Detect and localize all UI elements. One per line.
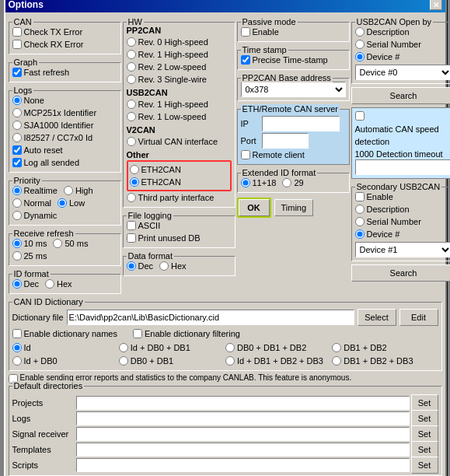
fast-refresh-checkbox[interactable] [12,68,22,77]
filter-id-radio[interactable] [12,343,22,352]
secondary-device-select[interactable]: Device #1 [355,242,451,257]
eth2can-label2[interactable]: ETH2CAN [130,176,228,188]
data-hex-label[interactable]: Hex [159,260,187,272]
log-sja-label[interactable]: SJA1000 Identifier [12,119,117,131]
usb-serial-radio[interactable] [355,40,365,49]
enable-names-label[interactable]: Enable dictionary names [12,327,117,340]
data-hex-radio[interactable] [159,261,169,271]
log-sja-radio[interactable] [12,121,22,130]
priority-low-radio[interactable] [58,198,67,208]
auto-can-label[interactable]: Automatic CAN speed detection [355,111,451,148]
remote-client-checkbox[interactable] [241,150,250,159]
id-dec-label[interactable]: Dec [12,278,40,290]
defaults-projects-set[interactable]: Set [411,394,438,411]
ext-id-opt1-label[interactable]: 11+18 [241,177,277,189]
hw-rev0-radio[interactable] [127,37,136,47]
select-button[interactable]: Select [358,309,396,326]
sec-serial-label[interactable]: Serial Number [355,215,451,228]
log-all-checkbox[interactable] [12,158,22,167]
hw-rev2-radio[interactable] [127,62,136,72]
priority-dynamic-radio[interactable] [12,211,22,220]
sec-serial-radio[interactable] [355,217,365,226]
filter-db1-db2-radio[interactable] [332,343,341,352]
secondary-search-button[interactable]: Search [351,264,451,282]
sec-device-label[interactable]: Device # [355,228,451,240]
defaults-logs-set[interactable]: Set [411,410,438,427]
ext-id-opt1-radio[interactable] [241,178,250,187]
passive-enable-label[interactable]: Enable [241,26,346,38]
auto-reset-checkbox[interactable] [12,145,22,155]
defaults-signal-set[interactable]: Set [411,425,438,443]
auto-reset-label[interactable]: Auto reset [12,144,117,156]
remote-client-label[interactable]: Remote client [241,149,346,161]
filter-db1-db2-db3-radio[interactable] [332,356,341,366]
priority-realtime-label[interactable]: Realtime [12,184,58,197]
receive-10ms-label[interactable]: 10 ms [12,237,47,250]
defaults-scripts-input[interactable] [76,458,410,472]
print-unused-checkbox[interactable] [127,233,136,243]
priority-high-radio[interactable] [64,186,73,195]
defaults-logs-input[interactable] [76,411,410,425]
enable-filtering-checkbox[interactable] [133,329,142,338]
log-i82527-radio[interactable] [12,133,22,142]
filter-db0-db1-radio[interactable] [119,356,128,366]
detection-timeout-input[interactable] [355,159,451,175]
ascii-label[interactable]: ASCII [127,219,232,232]
check-tx-checkbox[interactable] [12,27,22,37]
usb2can-search-button[interactable]: Search [351,87,451,104]
priority-high-label[interactable]: High [64,184,93,197]
usb-rev1-low-label[interactable]: Rev. 1 Low-speed [127,110,232,123]
priority-dynamic-label[interactable]: Dynamic [12,209,117,222]
log-mcp-label[interactable]: MCP251x Identifier [12,107,117,119]
check-tx-label[interactable]: Check TX Error [12,26,117,38]
filter-db1-db2-label[interactable]: DB1 + DB2 [332,341,438,354]
usb-rev1-label[interactable]: Rev. 1 High-speed [127,98,232,110]
priority-normal-label[interactable]: Normal [12,197,51,209]
receive-50ms-radio[interactable] [53,239,62,248]
id-hex-radio[interactable] [45,279,54,289]
priority-low-label[interactable]: Low [58,197,85,209]
priority-normal-radio[interactable] [12,198,22,208]
filter-id-label[interactable]: Id [12,341,118,354]
filter-id-db1-db2-db3-radio[interactable] [225,356,235,366]
receive-10ms-radio[interactable] [12,239,22,248]
log-i82527-label[interactable]: I82527 / CC7x0 Id [12,131,117,144]
usb-device-label[interactable]: Device # [355,51,451,63]
port-input[interactable]: 3000 [262,133,309,149]
usb-rev1-radio[interactable] [127,100,136,109]
hw-rev3-label[interactable]: Rev. 3 Single-wire [127,73,232,86]
filter-id-db1-db2-db3-label[interactable]: Id + DB1 + DB2 + DB3 [225,355,331,367]
priority-realtime-radio[interactable] [12,186,22,195]
precise-ts-checkbox[interactable] [241,55,250,65]
dict-file-input[interactable] [67,310,354,325]
sec-enable-checkbox[interactable] [355,192,365,201]
eth2can-radio2[interactable] [130,177,139,187]
receive-25ms-radio[interactable] [12,251,22,261]
log-all-label[interactable]: Log all sended [12,156,117,169]
sec-desc-radio[interactable] [355,205,365,214]
ext-id-opt2-label[interactable]: 29 [282,177,303,189]
fast-refresh-label[interactable]: Fast refresh [12,66,117,79]
precise-ts-label[interactable]: Precise Time-stamp [241,54,346,66]
usb-desc-label[interactable]: Description [355,26,451,38]
log-mcp-radio[interactable] [12,108,22,117]
usb-desc-radio[interactable] [355,27,365,37]
ascii-checkbox[interactable] [127,221,136,230]
print-unused-label[interactable]: Print unused DB [127,232,232,244]
receive-50ms-label[interactable]: 50 ms [53,237,88,250]
ok-button[interactable]: OK [239,199,270,216]
close-button[interactable]: ✕ [430,0,442,10]
passive-enable-checkbox[interactable] [241,27,250,37]
sec-desc-label[interactable]: Description [355,203,451,215]
enable-names-checkbox[interactable] [12,329,22,338]
filter-db1-db2-db3-label[interactable]: DB1 + DB2 + DB3 [332,355,438,367]
enable-filtering-label[interactable]: Enable dictionary filtering [133,327,240,340]
usb-device-radio[interactable] [355,52,365,61]
defaults-templates-set[interactable]: Set [411,441,438,458]
virtual-label[interactable]: Virtual CAN interface [127,135,232,148]
filter-id-db0-radio[interactable] [12,356,22,366]
defaults-signal-input[interactable] [76,427,410,441]
hw-rev1-label[interactable]: Rev. 1 High-speed [127,48,232,61]
filter-id-db0-db1-label[interactable]: Id + DB0 + DB1 [119,341,225,354]
defaults-projects-input[interactable] [76,396,410,410]
